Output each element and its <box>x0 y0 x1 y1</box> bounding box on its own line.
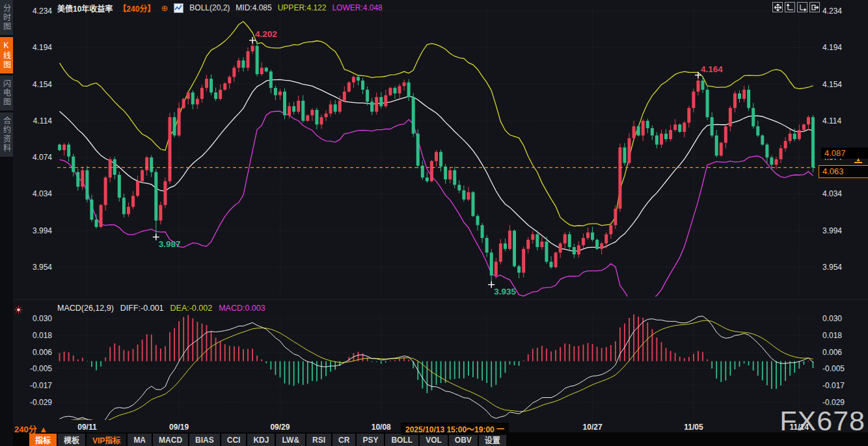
chart-header: 美债10年收益率 【240分】 ⊕ BOLL(20,2) MID:4.085 U… <box>57 2 383 14</box>
interval-label: 【240分】 <box>118 3 155 14</box>
bottom-tab-10[interactable]: CR <box>332 434 355 446</box>
instrument-title: 美债10年收益率 <box>57 3 113 14</box>
macd-header: MACD(26,12,9) DIFF:-0.001 DEA:-0.002 MAC… <box>57 303 265 313</box>
x-axis-tick: 09/29 <box>260 423 299 432</box>
site-watermark: FX678 <box>780 405 865 437</box>
sidebar-item-1[interactable]: K线图 <box>0 37 13 73</box>
x-axis-tick: 10/08 <box>362 423 401 432</box>
y-axis-tick-left: -0.017 <box>14 381 52 390</box>
bottom-tab-6[interactable]: CCI <box>221 434 247 446</box>
y-axis-tick-right: 4.194 <box>822 43 865 52</box>
bottom-tab-1[interactable]: 模板 <box>58 434 85 446</box>
bottom-tab-9[interactable]: RSI <box>306 434 331 446</box>
y-axis-tick-left: 4.034 <box>14 189 52 198</box>
y-axis-tick-right: -0.017 <box>822 381 865 390</box>
y-axis-tick-right: 4.034 <box>822 189 865 198</box>
boll-label: BOLL(20,2) <box>189 3 230 12</box>
chart-application: 分时图K线图闪电图合约资料 美债10年收益率 【240分】 ⊕ BOLL(20,… <box>0 0 868 446</box>
y-axis-tick-left: 4.234 <box>14 7 52 16</box>
y-axis-tick-right: 3.994 <box>822 226 865 235</box>
macd-name: MACD(26,12,9) <box>57 304 114 313</box>
current-price-tag: 4.063 <box>819 165 868 178</box>
sidebar-item-2[interactable]: 闪电图 <box>0 75 13 111</box>
y-axis-tick-right: -0.005 <box>822 364 865 373</box>
boll-upper-value: UPPER:4.122 <box>278 3 327 12</box>
pan-icon[interactable] <box>772 2 783 12</box>
y-axis-tick-left: 4.154 <box>14 80 52 89</box>
crosshair-date-tooltip: 2025/10/13 15:00～19:00 一 <box>401 423 509 435</box>
svg-text:4.164: 4.164 <box>701 64 723 74</box>
y-axis-tick-right: 4.154 <box>822 80 865 89</box>
y-axis-tick-left: 0.018 <box>14 331 52 340</box>
price-marker-icon[interactable]: ▲ <box>854 158 862 163</box>
y-axis-tick-right: 3.954 <box>822 263 865 272</box>
left-sidebar: 分时图K线图闪电图合约资料 <box>0 0 13 446</box>
x-axis-tick: 10/27 <box>573 423 612 432</box>
add-indicator-icon[interactable]: ⊕ <box>161 3 168 13</box>
last-close-price-tag: 4.087 <box>821 148 868 159</box>
y-axis-tick-right: 0.030 <box>822 314 865 323</box>
macd-settings-icon[interactable] <box>14 305 23 317</box>
bottom-tab-3[interactable]: MA <box>128 434 152 446</box>
x-axis-tick: 09/11 <box>68 423 107 432</box>
interval-text: 240分 <box>14 425 37 434</box>
indicator-chart-icon[interactable] <box>174 3 183 13</box>
bottom-tab-0[interactable]: 指标 <box>29 434 57 446</box>
bottom-tab-14[interactable]: OBV <box>449 434 478 446</box>
y-axis-tick-left: 4.114 <box>14 116 52 125</box>
bottom-tab-4[interactable]: MACD <box>153 434 188 446</box>
bottom-tab-15[interactable]: 设置 <box>479 434 506 446</box>
y-axis-tick-right: 0.018 <box>822 331 865 340</box>
chart-canvas[interactable]: 4.2023.9873.9354.164 <box>0 0 868 446</box>
macd-macd-value: MACD:0.003 <box>219 304 265 313</box>
indicator-tabstrip: 指标模板VIP指标MAMACDBIASCCIKDJLW&RSICRPSYBOLL… <box>29 434 506 446</box>
boll-mid-value: MID:4.085 <box>236 3 271 12</box>
svg-text:4.202: 4.202 <box>255 29 277 39</box>
bottom-tab-7[interactable]: KDJ <box>247 434 275 446</box>
y-axis-tick-left: 4.074 <box>14 153 52 162</box>
interval-arrow-icon: ▲ <box>39 425 47 434</box>
bottom-tab-12[interactable]: BOLL <box>385 434 418 446</box>
y-axis-tick-left: 3.954 <box>14 263 52 272</box>
svg-text:3.935: 3.935 <box>494 287 516 296</box>
svg-text:3.987: 3.987 <box>159 239 181 249</box>
bottom-tab-13[interactable]: VOL <box>420 434 448 446</box>
y-axis-tick-right: 4.114 <box>822 116 865 125</box>
y-axis-tick-left: 4.194 <box>14 43 52 52</box>
x-axis-tick: 11/05 <box>674 423 713 432</box>
bottom-tab-5[interactable]: BIAS <box>189 434 220 446</box>
y-axis-tick-left: -0.029 <box>14 398 52 407</box>
macd-dea-value: DEA:-0.002 <box>170 304 213 313</box>
axis-scale-right-icon[interactable] <box>797 2 807 12</box>
bottom-tab-8[interactable]: LW& <box>276 434 305 446</box>
export-icon[interactable] <box>809 2 820 12</box>
sidebar-item-3[interactable]: 合约资料 <box>0 112 13 157</box>
y-axis-tick-left: 3.994 <box>14 226 52 235</box>
boll-lower-value: LOWER:4.048 <box>332 3 382 12</box>
bottom-tab-11[interactable]: PSY <box>357 434 384 446</box>
sidebar-item-0[interactable]: 分时图 <box>0 0 13 35</box>
x-axis-tick: 09/19 <box>159 423 198 432</box>
window-button-group <box>772 2 820 12</box>
y-axis-tick-left: 0.006 <box>14 348 52 357</box>
macd-diff-value: DIFF:-0.001 <box>120 304 164 313</box>
y-axis-tick-right: 4.234 <box>822 7 865 16</box>
axis-scale-left-icon[interactable] <box>785 2 795 12</box>
bottom-tab-2[interactable]: VIP指标 <box>87 434 126 446</box>
y-axis-tick-left: -0.005 <box>14 364 52 373</box>
y-axis-tick-right: 0.006 <box>822 348 865 357</box>
